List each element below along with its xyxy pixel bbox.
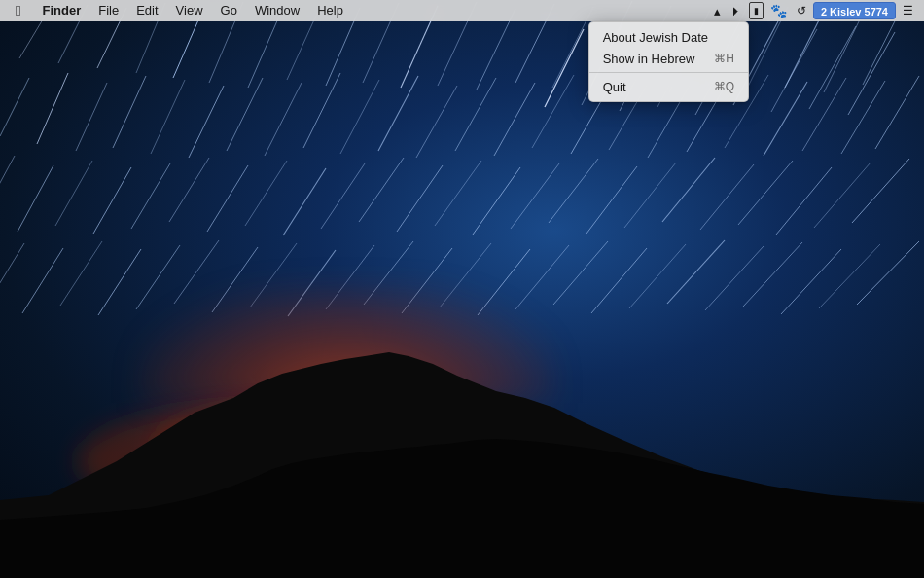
finder-menu[interactable]: Finder [34, 0, 89, 21]
about-jewish-date-label: About Jewish Date [603, 30, 708, 45]
menubar-right: ▴ ⏵ ▮ 🐾 ↺ 2 Kislev 5774 ☰ [711, 2, 916, 19]
show-in-hebrew-item[interactable]: Show in Hebrew ⌘H [589, 48, 748, 69]
battery-icon[interactable]: ▮ [749, 2, 764, 19]
menubar:  Finder File Edit View Go Window Help ▴… [0, 0, 924, 21]
menu-divider [589, 72, 748, 73]
about-jewish-date-item[interactable]: About Jewish Date [589, 26, 748, 48]
time-machine-icon[interactable]: ↺ [794, 4, 809, 18]
quit-shortcut: ⌘Q [714, 80, 734, 93]
jewish-date-badge[interactable]: 2 Kislev 5774 [813, 2, 896, 19]
paw-icon[interactable]: 🐾 [767, 3, 790, 18]
wifi-icon[interactable]: ▴ [711, 4, 724, 18]
menubar-left:  Finder File Edit View Go Window Help [8, 0, 711, 21]
view-menu[interactable]: View [168, 0, 211, 21]
quit-label: Quit [603, 80, 626, 94]
file-menu[interactable]: File [90, 0, 126, 21]
volume-icon[interactable]: ⏵ [728, 4, 745, 18]
quit-item[interactable]: Quit ⌘Q [589, 76, 748, 97]
edit-menu[interactable]: Edit [128, 0, 165, 21]
help-menu[interactable]: Help [309, 0, 351, 21]
show-in-hebrew-label: Show in Hebrew [603, 52, 695, 66]
desktop:  Finder File Edit View Go Window Help ▴… [0, 0, 924, 578]
apple-menu[interactable]:  [8, 0, 28, 21]
window-menu[interactable]: Window [247, 0, 307, 21]
dropdown-menu: About Jewish Date Show in Hebrew ⌘H Quit… [588, 21, 749, 102]
notification-icon[interactable]: ☰ [900, 4, 916, 18]
mountain-silhouette [0, 286, 924, 578]
show-in-hebrew-shortcut: ⌘H [714, 52, 734, 65]
go-menu[interactable]: Go [213, 0, 245, 21]
